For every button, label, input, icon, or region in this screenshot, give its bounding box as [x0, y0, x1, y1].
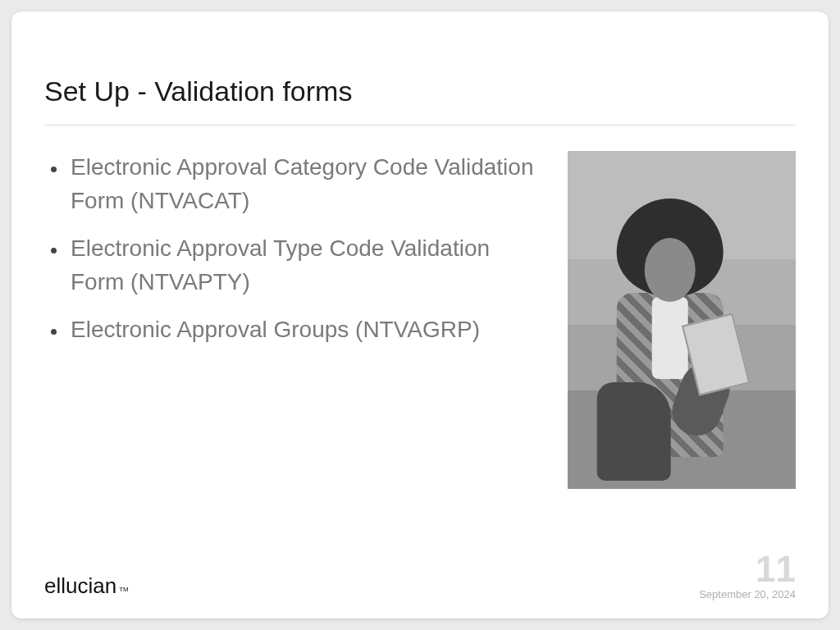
footer-date: September 20, 2024	[699, 588, 796, 600]
horizontal-rule	[44, 125, 796, 126]
page-number: 11	[756, 551, 796, 587]
list-item: Electronic Approval Category Code Valida…	[67, 151, 543, 217]
slide-photo	[568, 151, 796, 489]
trademark: TM	[119, 586, 129, 593]
footer: ellucianTM 11 September 20, 2024	[44, 550, 796, 602]
logo: ellucianTM	[44, 573, 129, 599]
slide-title: Set Up - Validation forms	[44, 75, 796, 107]
logo-text: ellucian	[44, 573, 116, 599]
body-area: Electronic Approval Category Code Valida…	[44, 151, 796, 489]
slide: Set Up - Validation forms Electronic App…	[11, 11, 829, 619]
bullet-list: Electronic Approval Category Code Valida…	[44, 151, 568, 362]
title-area: Set Up - Validation forms	[44, 75, 796, 122]
slide-container: Set Up - Validation forms Electronic App…	[0, 0, 840, 630]
list-item: Electronic Approval Groups (NTVAGRP)	[67, 313, 543, 347]
list-item: Electronic Approval Type Code Validation…	[67, 232, 543, 299]
